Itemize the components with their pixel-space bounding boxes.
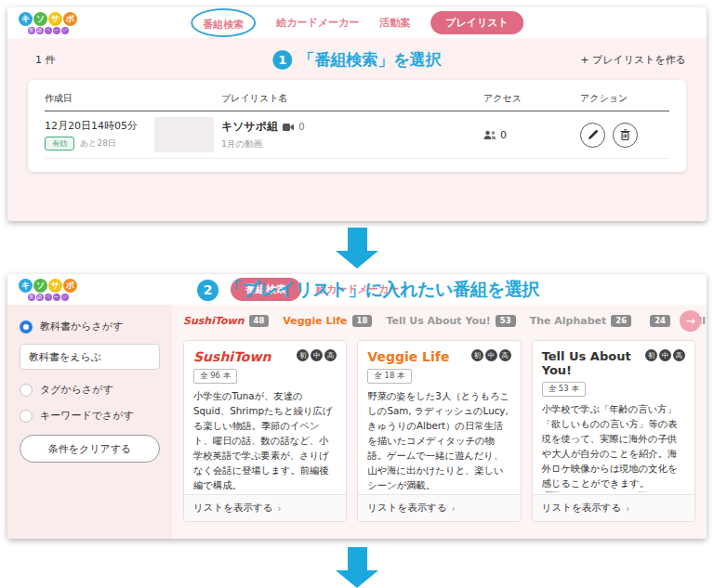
table-row: 12月20日14時05分 有効 あと28日 キソサポ組 0 1月 bbox=[45, 111, 669, 159]
series-card-sushitown[interactable]: SushiTown 初 中 高 全 96 本 小学生のTunaが、友達のSqui… bbox=[183, 340, 347, 522]
playlist-subtitle: 1月の動画 bbox=[221, 138, 483, 150]
card-title: SushiTown bbox=[193, 349, 271, 364]
tab-tell-us-about-you[interactable]: Tell Us About You! 53 bbox=[386, 315, 515, 327]
logo-letter: サ bbox=[48, 12, 62, 26]
logo-subtext: 英 語 ペ ー ジ bbox=[28, 27, 69, 34]
show-list-link[interactable]: リストを表示する › bbox=[184, 494, 346, 521]
radio-selected-icon bbox=[20, 320, 33, 333]
nav-picture-card-maker[interactable]: 絵カードメーカー bbox=[276, 16, 359, 30]
radio-icon bbox=[20, 384, 33, 397]
created-date-cell: 12月20日14時05分 有効 あと28日 bbox=[45, 119, 154, 150]
logo-letter: ポ bbox=[63, 12, 77, 26]
level-badges: 初 中 高 bbox=[297, 349, 337, 361]
edit-button[interactable] bbox=[580, 123, 605, 148]
tab-count-badge: 18 bbox=[352, 315, 373, 327]
header-bar: キ ソ サ ポ 英 語 ペ ー ジ 番組検索 絵カードメーカー 活動案 bbox=[7, 7, 707, 38]
create-playlist-link[interactable]: + プレイリストを作る bbox=[580, 53, 686, 67]
access-cell: 0 bbox=[483, 129, 580, 141]
annotation-highlight-circle: 番組検索 bbox=[191, 8, 256, 37]
episode-total-badge: 全 53 本 bbox=[542, 382, 586, 397]
kisosapo-logo[interactable]: キ ソ サ ポ 英 語 ペ ー ジ bbox=[19, 279, 77, 301]
nav-activity-plan[interactable]: 活動案 bbox=[379, 16, 410, 30]
episode-total-badge: 全 18 本 bbox=[367, 369, 411, 384]
tutorial-screenshot-page: キ ソ サ ポ 英 語 ペ ー ジ 番組検索 絵カードメーカー 活動案 bbox=[0, 0, 714, 588]
video-icon bbox=[283, 123, 294, 132]
search-content: 教科書からさがす 教科書をえらぶ タグからさがす キーワードでさがす 条件をクリ… bbox=[7, 305, 707, 539]
logo-letters: キ ソ サ ポ bbox=[19, 12, 77, 26]
kisosapo-logo[interactable]: キ ソ サ ポ 英 語 ペ ー ジ bbox=[19, 12, 77, 34]
playlist-list-body: 1 件 1 「番組検索」を選択 + プレイリストを作る 作成日 プレイリスト名 … bbox=[7, 38, 707, 172]
card-description: 小学校で学ぶ「年齢の言い方」「欲しいものの言い方」等の表現を使って、実際に海外の… bbox=[542, 402, 685, 491]
nav-playlist[interactable]: プレイリスト bbox=[430, 11, 523, 34]
step1-annotation-text: 「番組検索」を選択 bbox=[298, 49, 441, 71]
step2-annotation-text: 「プレイリスト」に入れたい番組を選択 bbox=[225, 278, 539, 302]
delete-button[interactable] bbox=[613, 123, 638, 148]
tab-key-phrases[interactable]: 24 bbox=[645, 315, 670, 327]
table-header-row: 作成日 プレイリスト名 アクセス アクション bbox=[45, 85, 669, 111]
chevron-right-icon: › bbox=[452, 503, 456, 514]
step2-panel: キ ソ サ ポ 英 語 ペ ー ジ 番組検索 絵カードメーカー 2 bbox=[7, 274, 707, 539]
step1-number-badge: 1 bbox=[272, 50, 292, 70]
series-cards: SushiTown 初 中 高 全 96 本 小学生のTunaが、友達のSqui… bbox=[172, 336, 707, 533]
step2-number-badge: 2 bbox=[197, 280, 218, 301]
step1-panel: キ ソ サ ポ 英 語 ペ ー ジ 番組検索 絵カードメーカー 活動案 bbox=[7, 7, 707, 221]
series-card-veggie-life[interactable]: Veggie Life 初 中 高 全 18 本 野菜の姿をした3人（とうもろこ… bbox=[357, 340, 521, 522]
col-created-date: 作成日 bbox=[45, 92, 154, 105]
result-count: 1 件 bbox=[28, 53, 56, 67]
status-badge: 有効 bbox=[45, 137, 74, 150]
show-list-link[interactable]: リストを表示する › bbox=[533, 494, 694, 521]
main-nav: 番組検索 絵カードメーカー 活動案 プレイリスト bbox=[191, 7, 523, 38]
tab-count-badge: 53 bbox=[496, 315, 516, 327]
list-toolbar: 1 件 1 「番組検索」を選択 + プレイリストを作る bbox=[28, 47, 686, 72]
header-bar: キ ソ サ ポ 英 語 ペ ー ジ 番組検索 絵カードメーカー 2 bbox=[7, 274, 707, 305]
step-flow-arrow-1 bbox=[336, 228, 378, 268]
level-badges: 初 中 高 bbox=[645, 349, 685, 361]
level-badges: 初 中 高 bbox=[471, 349, 511, 361]
chevron-right-icon: › bbox=[626, 503, 629, 514]
radio-icon bbox=[20, 410, 33, 423]
card-title: Tell Us About You! bbox=[542, 349, 641, 377]
step2-annotation: 2 「プレイリスト」に入れたい番組を選択 bbox=[197, 278, 539, 302]
tab-veggie-life[interactable]: Veggie Life 18 bbox=[283, 315, 372, 327]
card-title: Veggie Life bbox=[367, 349, 449, 364]
col-access: アクセス bbox=[483, 92, 580, 105]
textbook-select[interactable]: 教科書をえらぶ bbox=[20, 344, 160, 370]
days-remaining: あと28日 bbox=[80, 137, 116, 150]
clear-conditions-button[interactable]: 条件をクリアする bbox=[20, 435, 160, 463]
people-icon bbox=[483, 130, 496, 140]
thumbnail-cell bbox=[154, 117, 221, 152]
chevron-right-icon: › bbox=[277, 503, 281, 514]
card-description: 小学生のTunaが、友達のSquid、Shrimpたちと繰り広げる楽しい物語。季… bbox=[193, 389, 337, 493]
step-flow-arrow-2 bbox=[336, 547, 378, 588]
playlist-thumbnail-placeholder bbox=[154, 117, 214, 152]
logo-subtext: 英 語 ペ ー ジ bbox=[28, 294, 69, 301]
series-tabstrip: SushiTown 48 Veggie Life 18 Tell Us Abou… bbox=[172, 305, 707, 336]
tab-the-alphabet[interactable]: The Alphabet 26 bbox=[530, 315, 631, 327]
actions-cell bbox=[580, 123, 669, 148]
nav-program-search[interactable]: 番組検索 bbox=[203, 19, 244, 31]
logo-letters: キ ソ サ ポ bbox=[19, 279, 77, 293]
series-card-tell-us-about-you[interactable]: Tell Us About You! 初 中 高 全 53 本 小学校で学ぶ「年… bbox=[532, 340, 695, 522]
logo-letter: キ bbox=[19, 12, 33, 26]
card-description: 野菜の姿をした3人（とうもろこしのSam, ラディッシュのLucy, きゅうりの… bbox=[367, 389, 510, 493]
created-date: 12月20日14時05分 bbox=[45, 119, 154, 133]
episode-total-badge: 全 96 本 bbox=[193, 369, 237, 384]
col-action: アクション bbox=[580, 92, 669, 105]
trash-icon bbox=[620, 129, 630, 140]
playlist-table-card: 作成日 プレイリスト名 アクセス アクション 12月20日14時05分 有効 あ… bbox=[28, 80, 686, 172]
radio-search-by-tag[interactable]: タグからさがす bbox=[20, 383, 160, 397]
radio-search-by-keyword[interactable]: キーワードでさがす bbox=[20, 409, 160, 423]
show-list-link[interactable]: リストを表示する › bbox=[358, 494, 520, 521]
playlist-name[interactable]: キソサポ組 bbox=[221, 119, 278, 135]
video-count: 0 bbox=[298, 122, 304, 132]
access-count: 0 bbox=[500, 129, 507, 141]
col-playlist-name: プレイリスト名 bbox=[221, 92, 483, 105]
tab-sushitown[interactable]: SushiTown 48 bbox=[183, 315, 269, 327]
tabstrip-scroll-right-button[interactable]: → bbox=[680, 310, 701, 332]
radio-search-by-textbook[interactable]: 教科書からさがす bbox=[20, 320, 160, 333]
step1-annotation: 1 「番組検索」を選択 bbox=[272, 49, 441, 71]
playlist-name-cell: キソサポ組 0 1月の動画 bbox=[221, 119, 483, 150]
logo-letter: ソ bbox=[33, 12, 47, 26]
tab-count-badge: 24 bbox=[650, 315, 670, 327]
tab-count-badge: 26 bbox=[611, 315, 631, 327]
